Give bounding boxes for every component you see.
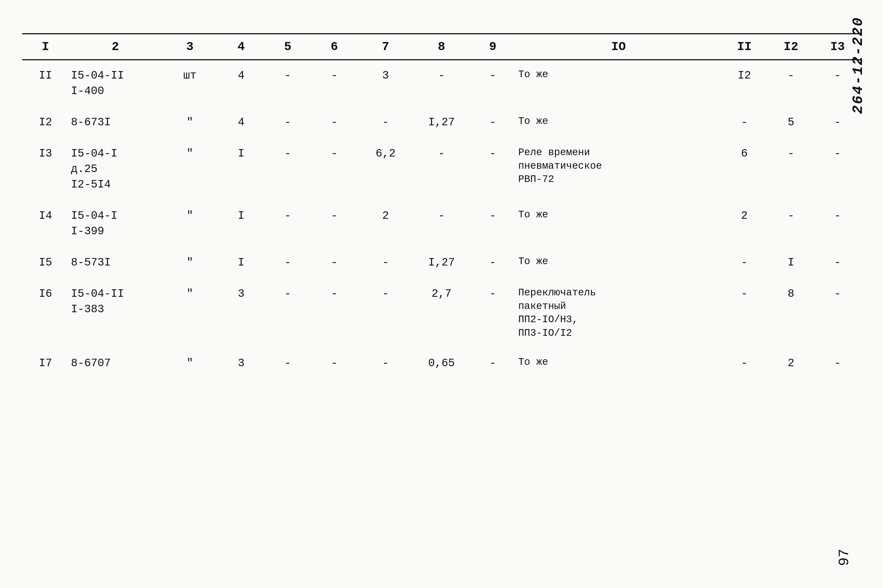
cell-2-10: То же	[516, 107, 721, 138]
cell-3-12: -	[767, 138, 814, 201]
table-row: I6I5-04-III-383"3---2,7-Переключательпак…	[22, 279, 861, 348]
cell-3-3: "	[162, 138, 218, 201]
cell-5-4: I	[218, 247, 264, 279]
cell-3-4: I	[218, 138, 264, 201]
cell-4-8: -	[414, 201, 469, 247]
cell-7-2: 8-6707	[69, 348, 162, 379]
cell-4-5: -	[264, 201, 311, 247]
cell-7-3: "	[162, 348, 218, 379]
cell-3-2: I5-04-Iд.25I2-5I4	[69, 138, 162, 201]
cell-5-11: -	[721, 247, 767, 279]
cell-4-13: -	[814, 201, 861, 247]
cell-2-2: 8-673I	[69, 107, 162, 138]
cell-5-3: "	[162, 247, 218, 279]
cell-1-6: -	[311, 60, 358, 107]
cell-3-1: I3	[22, 138, 69, 201]
cell-6-5: -	[264, 279, 311, 348]
cell-6-2: I5-04-III-383	[69, 279, 162, 348]
cell-2-6: -	[311, 107, 358, 138]
cell-1-8: -	[414, 60, 469, 107]
cell-3-5: -	[264, 138, 311, 201]
col-header-9: 9	[469, 34, 516, 60]
cell-6-6: -	[311, 279, 358, 348]
cell-4-10: То же	[516, 201, 721, 247]
col-header-10: IO	[516, 34, 721, 60]
col-header-6: 6	[311, 34, 358, 60]
cell-1-3: шт	[162, 60, 218, 107]
cell-4-2: I5-04-II-399	[69, 201, 162, 247]
cell-7-11: -	[721, 348, 767, 379]
cell-7-4: 3	[218, 348, 264, 379]
cell-6-3: "	[162, 279, 218, 348]
cell-1-10: То же	[516, 60, 721, 107]
cell-5-10: То же	[516, 247, 721, 279]
cell-2-5: -	[264, 107, 311, 138]
cell-3-13: -	[814, 138, 861, 201]
page-number: 97	[836, 549, 853, 566]
cell-1-4: 4	[218, 60, 264, 107]
cell-4-9: -	[469, 201, 516, 247]
cell-7-9: -	[469, 348, 516, 379]
cell-2-3: "	[162, 107, 218, 138]
table-row: I3I5-04-Iд.25I2-5I4"I--6,2--Реле времени…	[22, 138, 861, 201]
cell-1-5: -	[264, 60, 311, 107]
cell-5-2: 8-573I	[69, 247, 162, 279]
cell-7-13: -	[814, 348, 861, 379]
cell-5-7: -	[358, 247, 414, 279]
cell-3-11: 6	[721, 138, 767, 201]
cell-7-8: 0,65	[414, 348, 469, 379]
cell-4-1: I4	[22, 201, 69, 247]
cell-7-7: -	[358, 348, 414, 379]
cell-3-6: -	[311, 138, 358, 201]
cell-5-6: -	[311, 247, 358, 279]
cell-6-1: I6	[22, 279, 69, 348]
cell-6-10: ПереключательпакетныйПП2-IO/Н3,ПП3-IO/I2	[516, 279, 721, 348]
cell-7-6: -	[311, 348, 358, 379]
cell-6-11: -	[721, 279, 767, 348]
cell-2-12: 5	[767, 107, 814, 138]
cell-3-10: Реле временипневматическоеРВП-72	[516, 138, 721, 201]
cell-5-5: -	[264, 247, 311, 279]
cell-7-12: 2	[767, 348, 814, 379]
cell-1-9: -	[469, 60, 516, 107]
cell-4-6: -	[311, 201, 358, 247]
cell-5-9: -	[469, 247, 516, 279]
cell-6-7: -	[358, 279, 414, 348]
cell-7-1: I7	[22, 348, 69, 379]
cell-6-8: 2,7	[414, 279, 469, 348]
col-header-8: 8	[414, 34, 469, 60]
cell-6-4: 3	[218, 279, 264, 348]
page: 264-12-220 I 2 3 4 5 6 7 8 9 IO II I2 I3	[0, 0, 883, 588]
cell-3-9: -	[469, 138, 516, 201]
table-row: III5-04-III-400шт4--3--То жеI2--	[22, 60, 861, 107]
cell-4-4: I	[218, 201, 264, 247]
col-header-3: 3	[162, 34, 218, 60]
cell-6-13: -	[814, 279, 861, 348]
cell-1-7: 3	[358, 60, 414, 107]
cell-7-5: -	[264, 348, 311, 379]
cell-4-12: -	[767, 201, 814, 247]
col-header-11: II	[721, 34, 767, 60]
cell-5-8: I,27	[414, 247, 469, 279]
col-header-4: 4	[218, 34, 264, 60]
cell-2-8: I,27	[414, 107, 469, 138]
cell-5-1: I5	[22, 247, 69, 279]
cell-2-4: 4	[218, 107, 264, 138]
cell-1-11: I2	[721, 60, 767, 107]
table-header: I 2 3 4 5 6 7 8 9 IO II I2 I3	[22, 34, 861, 60]
col-header-5: 5	[264, 34, 311, 60]
cell-2-7: -	[358, 107, 414, 138]
cell-5-13: -	[814, 247, 861, 279]
cell-2-1: I2	[22, 107, 69, 138]
cell-4-7: 2	[358, 201, 414, 247]
cell-3-8: -	[414, 138, 469, 201]
cell-1-1: II	[22, 60, 69, 107]
cell-2-11: -	[721, 107, 767, 138]
cell-4-3: "	[162, 201, 218, 247]
cell-1-2: I5-04-III-400	[69, 60, 162, 107]
table-row: I78-6707"3---0,65-То же-2-	[22, 348, 861, 379]
cell-2-9: -	[469, 107, 516, 138]
cell-4-11: 2	[721, 201, 767, 247]
table-row: I28-673I"4---I,27-То же-5-	[22, 107, 861, 138]
table-row: I58-573I"I---I,27-То же-I-	[22, 247, 861, 279]
